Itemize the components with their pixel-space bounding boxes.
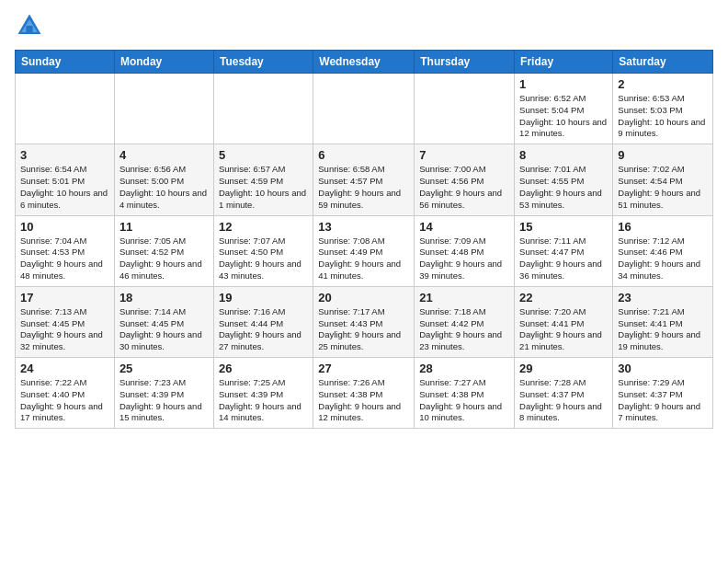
week-row-1: 1Sunrise: 6:52 AM Sunset: 5:04 PM Daylig…	[16, 74, 713, 144]
col-header-saturday: Saturday	[613, 51, 713, 74]
day-cell: 16Sunrise: 7:12 AM Sunset: 4:46 PM Dayli…	[613, 215, 713, 286]
day-info: Sunrise: 7:22 AM Sunset: 4:40 PM Dayligh…	[20, 377, 109, 424]
day-cell: 10Sunrise: 7:04 AM Sunset: 4:53 PM Dayli…	[16, 215, 115, 286]
day-info: Sunrise: 7:07 AM Sunset: 4:50 PM Dayligh…	[219, 236, 308, 282]
day-cell: 25Sunrise: 7:23 AM Sunset: 4:39 PM Dayli…	[114, 358, 213, 429]
day-cell: 11Sunrise: 7:05 AM Sunset: 4:52 PM Dayli…	[114, 215, 213, 286]
day-cell: 12Sunrise: 7:07 AM Sunset: 4:50 PM Dayli…	[213, 215, 313, 286]
week-row-5: 24Sunrise: 7:22 AM Sunset: 4:40 PM Dayli…	[16, 358, 713, 429]
week-row-4: 17Sunrise: 7:13 AM Sunset: 4:45 PM Dayli…	[16, 286, 713, 357]
day-cell	[213, 74, 313, 144]
day-number: 24	[20, 362, 109, 375]
day-info: Sunrise: 7:12 AM Sunset: 4:46 PM Dayligh…	[618, 236, 708, 282]
day-info: Sunrise: 6:56 AM Sunset: 5:00 PM Dayligh…	[119, 164, 209, 211]
logo-icon	[15, 11, 44, 40]
day-cell	[16, 74, 115, 144]
day-cell: 7Sunrise: 7:00 AM Sunset: 4:56 PM Daylig…	[415, 144, 515, 215]
day-cell: 2Sunrise: 6:53 AM Sunset: 5:03 PM Daylig…	[613, 74, 713, 144]
day-number: 4	[119, 148, 209, 162]
day-cell	[313, 74, 415, 144]
col-header-sunday: Sunday	[16, 51, 115, 74]
day-number: 18	[119, 291, 209, 304]
day-cell: 27Sunrise: 7:26 AM Sunset: 4:38 PM Dayli…	[313, 358, 415, 429]
day-cell: 13Sunrise: 7:08 AM Sunset: 4:49 PM Dayli…	[313, 215, 415, 286]
day-cell: 8Sunrise: 7:01 AM Sunset: 4:55 PM Daylig…	[515, 144, 613, 215]
calendar-header	[15, 11, 713, 40]
day-info: Sunrise: 7:11 AM Sunset: 4:47 PM Dayligh…	[519, 236, 608, 282]
day-cell: 21Sunrise: 7:18 AM Sunset: 4:42 PM Dayli…	[415, 286, 515, 357]
day-number: 20	[318, 291, 409, 304]
col-header-tuesday: Tuesday	[213, 51, 313, 74]
day-cell: 30Sunrise: 7:29 AM Sunset: 4:37 PM Dayli…	[613, 358, 713, 429]
day-info: Sunrise: 6:53 AM Sunset: 5:03 PM Dayligh…	[618, 93, 708, 140]
day-cell: 18Sunrise: 7:14 AM Sunset: 4:45 PM Dayli…	[114, 286, 213, 357]
day-number: 22	[519, 291, 608, 304]
day-cell: 24Sunrise: 7:22 AM Sunset: 4:40 PM Dayli…	[16, 358, 115, 429]
day-cell: 15Sunrise: 7:11 AM Sunset: 4:47 PM Dayli…	[515, 215, 613, 286]
calendar-table: SundayMondayTuesdayWednesdayThursdayFrid…	[15, 50, 713, 429]
day-info: Sunrise: 7:04 AM Sunset: 4:53 PM Dayligh…	[20, 236, 109, 282]
day-info: Sunrise: 6:57 AM Sunset: 4:59 PM Dayligh…	[219, 164, 308, 211]
day-number: 19	[219, 291, 308, 304]
day-number: 12	[219, 220, 308, 234]
day-info: Sunrise: 7:26 AM Sunset: 4:38 PM Dayligh…	[318, 377, 409, 424]
day-info: Sunrise: 7:23 AM Sunset: 4:39 PM Dayligh…	[119, 377, 209, 424]
day-cell: 19Sunrise: 7:16 AM Sunset: 4:44 PM Dayli…	[213, 286, 313, 357]
day-cell: 17Sunrise: 7:13 AM Sunset: 4:45 PM Dayli…	[16, 286, 115, 357]
day-cell: 22Sunrise: 7:20 AM Sunset: 4:41 PM Dayli…	[515, 286, 613, 357]
day-info: Sunrise: 7:18 AM Sunset: 4:42 PM Dayligh…	[419, 306, 509, 353]
day-info: Sunrise: 7:14 AM Sunset: 4:45 PM Dayligh…	[119, 306, 209, 353]
col-header-thursday: Thursday	[415, 51, 515, 74]
day-number: 30	[618, 362, 708, 375]
day-number: 26	[219, 362, 308, 375]
day-number: 28	[419, 362, 509, 375]
day-info: Sunrise: 7:02 AM Sunset: 4:54 PM Dayligh…	[618, 164, 708, 211]
day-number: 9	[618, 148, 708, 162]
svg-rect-2	[26, 26, 32, 34]
day-number: 3	[20, 148, 109, 162]
day-cell: 23Sunrise: 7:21 AM Sunset: 4:41 PM Dayli…	[613, 286, 713, 357]
day-info: Sunrise: 7:09 AM Sunset: 4:48 PM Dayligh…	[419, 236, 509, 282]
day-cell: 4Sunrise: 6:56 AM Sunset: 5:00 PM Daylig…	[114, 144, 213, 215]
day-cell: 14Sunrise: 7:09 AM Sunset: 4:48 PM Dayli…	[415, 215, 515, 286]
day-info: Sunrise: 6:54 AM Sunset: 5:01 PM Dayligh…	[20, 164, 109, 211]
day-cell: 5Sunrise: 6:57 AM Sunset: 4:59 PM Daylig…	[213, 144, 313, 215]
day-info: Sunrise: 7:05 AM Sunset: 4:52 PM Dayligh…	[119, 236, 209, 282]
day-info: Sunrise: 7:29 AM Sunset: 4:37 PM Dayligh…	[618, 377, 708, 424]
day-info: Sunrise: 7:16 AM Sunset: 4:44 PM Dayligh…	[219, 306, 308, 353]
day-info: Sunrise: 7:17 AM Sunset: 4:43 PM Dayligh…	[318, 306, 409, 353]
day-number: 1	[519, 77, 608, 91]
week-row-3: 10Sunrise: 7:04 AM Sunset: 4:53 PM Dayli…	[16, 215, 713, 286]
calendar-container: SundayMondayTuesdayWednesdayThursdayFrid…	[0, 0, 728, 436]
col-header-friday: Friday	[515, 51, 613, 74]
day-number: 5	[219, 148, 308, 162]
day-number: 21	[419, 291, 509, 304]
day-number: 11	[119, 220, 209, 234]
day-number: 13	[318, 220, 409, 234]
day-cell	[114, 74, 213, 144]
day-cell: 26Sunrise: 7:25 AM Sunset: 4:39 PM Dayli…	[213, 358, 313, 429]
day-cell: 28Sunrise: 7:27 AM Sunset: 4:38 PM Dayli…	[415, 358, 515, 429]
day-cell	[415, 74, 515, 144]
day-info: Sunrise: 7:00 AM Sunset: 4:56 PM Dayligh…	[419, 164, 509, 211]
day-info: Sunrise: 6:52 AM Sunset: 5:04 PM Dayligh…	[519, 93, 608, 140]
day-number: 2	[618, 77, 708, 91]
day-number: 17	[20, 291, 109, 304]
day-cell: 20Sunrise: 7:17 AM Sunset: 4:43 PM Dayli…	[313, 286, 415, 357]
day-info: Sunrise: 7:13 AM Sunset: 4:45 PM Dayligh…	[20, 306, 109, 353]
day-number: 16	[618, 220, 708, 234]
day-number: 8	[519, 148, 608, 162]
day-info: Sunrise: 7:01 AM Sunset: 4:55 PM Dayligh…	[519, 164, 608, 211]
day-cell: 3Sunrise: 6:54 AM Sunset: 5:01 PM Daylig…	[16, 144, 115, 215]
day-number: 25	[119, 362, 209, 375]
day-cell: 9Sunrise: 7:02 AM Sunset: 4:54 PM Daylig…	[613, 144, 713, 215]
col-header-wednesday: Wednesday	[313, 51, 415, 74]
day-info: Sunrise: 7:21 AM Sunset: 4:41 PM Dayligh…	[618, 306, 708, 353]
day-number: 23	[618, 291, 708, 304]
logo	[15, 11, 48, 40]
header-row: SundayMondayTuesdayWednesdayThursdayFrid…	[16, 51, 713, 74]
day-number: 6	[318, 148, 409, 162]
day-number: 10	[20, 220, 109, 234]
day-info: Sunrise: 7:20 AM Sunset: 4:41 PM Dayligh…	[519, 306, 608, 353]
day-info: Sunrise: 7:27 AM Sunset: 4:38 PM Dayligh…	[419, 377, 509, 424]
